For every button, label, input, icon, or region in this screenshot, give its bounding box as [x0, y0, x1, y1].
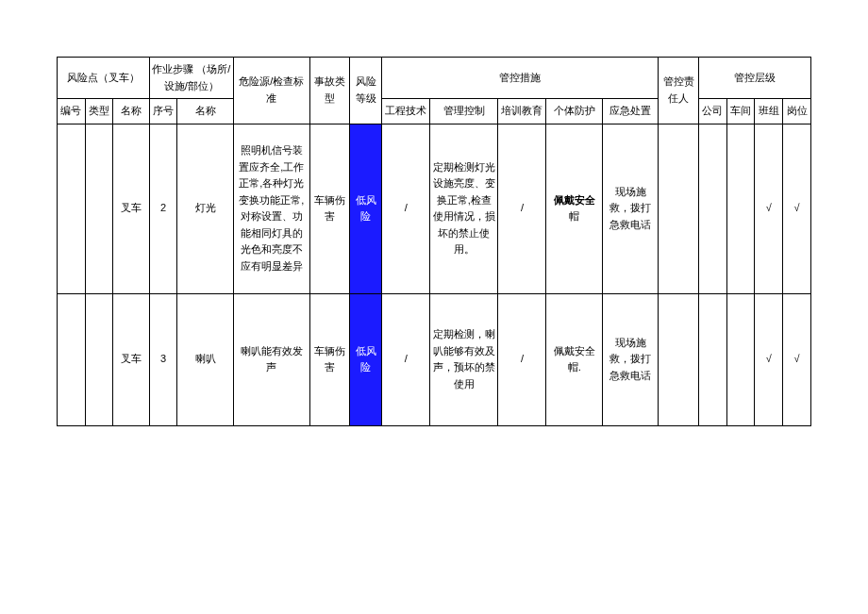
- hdr-accident: 事故类型: [309, 58, 349, 124]
- cell-eng: /: [382, 293, 430, 425]
- cell-sn: [58, 293, 86, 425]
- hdr-hazard: 危险源/检查标准: [233, 58, 309, 124]
- cell-train: /: [498, 124, 546, 293]
- cell-level: 低风险: [350, 293, 382, 425]
- risk-table: 风险点（叉车） 作业步骤 （场所/设施/部位） 危险源/检查标准 事故类型 风险…: [57, 57, 811, 426]
- cell-step-sn: 2: [149, 124, 177, 293]
- cell-resp: [659, 124, 698, 293]
- cell-mgmt: 定期检测，喇叭能够有效及声，预坏的禁使用: [430, 293, 498, 425]
- table-row: 叉车 2 灯光 照明机信号装置应齐全,工作正常,各种灯光变换功能正常,对称设置、…: [58, 124, 811, 293]
- hdr-train: 培训教育: [498, 99, 546, 124]
- cell-step-name: 喇叭: [177, 293, 234, 425]
- hdr-workshop: 车间: [726, 99, 755, 124]
- cell-accident: 车辆伤害: [309, 124, 349, 293]
- hdr-layer: 管控层级: [698, 58, 810, 99]
- cell-name: 叉车: [113, 124, 149, 293]
- hdr-sn: 编号: [58, 99, 86, 124]
- cell-post: √: [783, 124, 811, 293]
- cell-post: √: [783, 293, 811, 425]
- hdr-type: 类型: [85, 99, 113, 124]
- hdr-work-step: 作业步骤 （场所/设施/部位）: [149, 58, 233, 99]
- table-header: 风险点（叉车） 作业步骤 （场所/设施/部位） 危险源/检查标准 事故类型 风险…: [58, 58, 811, 124]
- cell-emergency: 现场施救，拨打急救电话: [602, 293, 659, 425]
- cell-train: /: [498, 293, 546, 425]
- hdr-mgmt: 管理控制: [430, 99, 498, 124]
- cell-step-sn: 3: [149, 293, 177, 425]
- cell-company: [698, 293, 726, 425]
- cell-hazard: 照明机信号装置应齐全,工作正常,各种灯光变换功能正常,对称设置、功能相同灯具的光…: [233, 124, 309, 293]
- cell-emergency: 现场施救，拨打急救电话: [602, 124, 659, 293]
- table-row: 叉车 3 喇叭 喇叭能有效发声 车辆伤害 低风险 / 定期检测，喇叭能够有效及声…: [58, 293, 811, 425]
- table-body: 叉车 2 灯光 照明机信号装置应齐全,工作正常,各种灯光变换功能正常,对称设置、…: [58, 124, 811, 425]
- hdr-ppe: 个体防护: [546, 99, 603, 124]
- hdr-measures: 管控措施: [382, 58, 659, 99]
- cell-name: 叉车: [113, 293, 149, 425]
- cell-eng: /: [382, 124, 430, 293]
- cell-type: [85, 293, 113, 425]
- cell-mgmt: 定期检测灯光设施亮度、变换正常,检查使用情况，损坏的禁止使用。: [430, 124, 498, 293]
- cell-team: √: [755, 124, 783, 293]
- cell-resp: [659, 293, 698, 425]
- cell-level: 低风险: [350, 124, 382, 293]
- hdr-post: 岗位: [783, 99, 811, 124]
- hdr-team: 班组: [755, 99, 783, 124]
- cell-type: [85, 124, 113, 293]
- cell-workshop: [726, 293, 755, 425]
- hdr-responsible: 管控责任人: [659, 58, 698, 124]
- cell-ppe: 佩戴安全帽.: [546, 293, 603, 425]
- cell-hazard: 喇叭能有效发声: [233, 293, 309, 425]
- hdr-step-name: 名称: [177, 99, 234, 124]
- hdr-level: 风险等级: [350, 58, 382, 124]
- hdr-name: 名称: [113, 99, 149, 124]
- hdr-company: 公司: [698, 99, 726, 124]
- cell-ppe: 佩戴安全帽: [546, 124, 603, 293]
- hdr-emergency: 应急处置: [602, 99, 659, 124]
- cell-workshop: [726, 124, 755, 293]
- hdr-step-sn: 序号: [149, 99, 177, 124]
- hdr-eng: 工程技术: [382, 99, 430, 124]
- cell-team: √: [755, 293, 783, 425]
- cell-step-name: 灯光: [177, 124, 234, 293]
- cell-sn: [58, 124, 86, 293]
- cell-accident: 车辆伤害: [309, 293, 349, 425]
- hdr-risk-point: 风险点（叉车）: [58, 58, 150, 99]
- cell-company: [698, 124, 726, 293]
